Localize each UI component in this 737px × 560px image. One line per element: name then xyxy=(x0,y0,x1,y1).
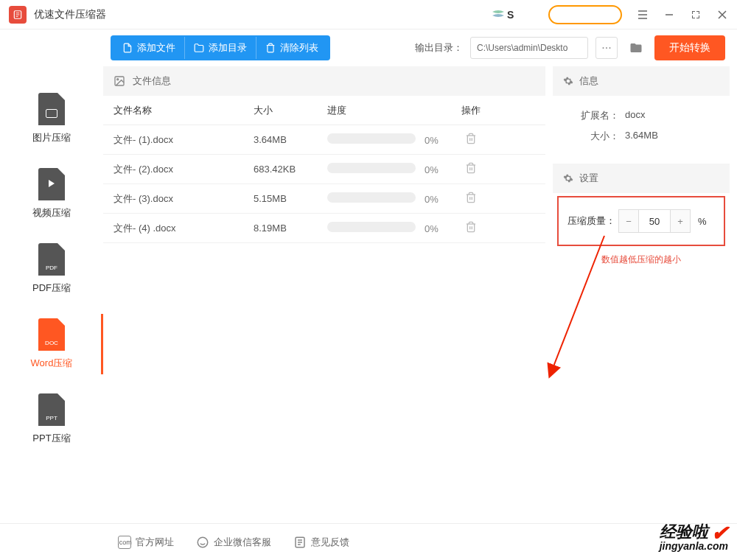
footer-feedback[interactable]: 意见反馈 xyxy=(293,536,349,549)
sidebar: 图片压缩 视频压缩 PDF PDF压缩 DOC Word压缩 PPT PPT压缩 xyxy=(0,66,103,523)
cell-size: 8.19MB xyxy=(254,223,327,234)
video-file-icon xyxy=(38,168,65,200)
svg-text:S: S xyxy=(507,9,514,21)
image-file-icon xyxy=(38,93,65,125)
col-name: 文件名称 xyxy=(113,104,254,117)
quality-value[interactable]: 50 xyxy=(638,210,671,232)
app-title: 优速文件压缩器 xyxy=(34,8,106,21)
sidebar-item-pdf[interactable]: PDF PDF压缩 xyxy=(0,231,103,307)
delete-row-button[interactable] xyxy=(453,162,489,176)
file-list-columns: 文件名称 大小 进度 操作 xyxy=(103,96,545,125)
content: 文件信息 文件名称 大小 进度 操作 文件- (1).docx3.64MB0%文… xyxy=(103,66,737,523)
col-action: 操作 xyxy=(453,104,489,117)
cell-name: 文件- (2).docx xyxy=(113,163,254,176)
delete-row-button[interactable] xyxy=(453,133,489,147)
app-logo-icon xyxy=(9,6,27,24)
col-progress: 进度 xyxy=(327,104,453,117)
cell-progress: 0% xyxy=(327,222,453,234)
gear-icon xyxy=(563,76,573,86)
sidebar-item-video[interactable]: 视频压缩 xyxy=(0,156,103,231)
stepper-minus[interactable]: − xyxy=(619,210,638,232)
size-value: 3.64MB xyxy=(625,130,658,143)
close-icon[interactable] xyxy=(716,9,728,21)
file-list-title: 文件信息 xyxy=(133,74,171,88)
file-icon xyxy=(122,43,133,53)
gear-icon xyxy=(563,173,573,183)
table-row[interactable]: 文件- (3).docx5.15MB0% xyxy=(103,184,545,214)
picture-icon xyxy=(113,75,125,87)
table-row[interactable]: 文件- (2).docx683.42KB0% xyxy=(103,155,545,184)
maximize-icon[interactable] xyxy=(690,9,702,21)
cell-name: 文件- (1).docx xyxy=(113,133,254,147)
file-list-header: 文件信息 xyxy=(103,66,545,96)
folder-icon xyxy=(194,43,204,53)
cell-size: 683.42KB xyxy=(254,164,327,175)
info-title: 信息 xyxy=(579,74,598,88)
cell-size: 3.64MB xyxy=(254,134,327,145)
delete-row-button[interactable] xyxy=(453,192,489,206)
settings-title: 设置 xyxy=(579,172,598,185)
toolbar-group: 添加文件 添加目录 清除列表 xyxy=(111,35,330,60)
add-dir-button[interactable]: 添加目录 xyxy=(184,37,256,59)
size-label: 大小： xyxy=(567,130,619,143)
quality-label: 压缩质量： xyxy=(567,214,615,228)
doc-file-icon: DOC xyxy=(38,318,65,351)
ext-label: 扩展名： xyxy=(567,109,619,122)
sidebar-label: PPT压缩 xyxy=(32,432,70,445)
clear-list-label: 清除列表 xyxy=(280,41,318,55)
add-file-label: 添加文件 xyxy=(137,41,175,55)
cell-progress: 0% xyxy=(327,192,453,205)
svg-point-13 xyxy=(198,537,208,547)
settings-header: 设置 xyxy=(553,164,730,193)
settings-box: 压缩质量： − 50 + % xyxy=(557,196,725,246)
col-size: 大小 xyxy=(254,104,327,117)
toolbar: 添加文件 添加目录 清除列表 输出目录： C:\Users\admin\Desk… xyxy=(0,29,737,66)
cell-progress: 0% xyxy=(327,133,453,146)
sidebar-item-ppt[interactable]: PPT PPT压缩 xyxy=(0,382,103,457)
output-folder-button[interactable] xyxy=(625,37,647,59)
right-panel: 信息 扩展名： docx 大小： 3.64MB 设置 压缩质量： xyxy=(553,66,730,523)
sidebar-item-image[interactable]: 图片压缩 xyxy=(0,81,103,156)
feedback-icon xyxy=(293,536,307,549)
pdf-file-icon: PDF xyxy=(38,243,65,276)
table-row[interactable]: 文件- (4) .docx8.19MB0% xyxy=(103,214,545,243)
output-path-field[interactable]: C:\Users\admin\Deskto xyxy=(470,37,588,59)
sidebar-label: 图片压缩 xyxy=(32,131,71,144)
file-list: 文件信息 文件名称 大小 进度 操作 文件- (1).docx3.64MB0%文… xyxy=(103,66,545,523)
footer-website[interactable]: .com 官方网址 xyxy=(118,536,174,549)
table-row[interactable]: 文件- (1).docx3.64MB0% xyxy=(103,125,545,155)
sidebar-item-word[interactable]: DOC Word压缩 xyxy=(0,307,103,382)
delete-row-button[interactable] xyxy=(453,221,489,235)
sidebar-label: 视频压缩 xyxy=(32,206,71,220)
clear-list-button[interactable]: 清除列表 xyxy=(256,37,327,59)
cell-size: 5.15MB xyxy=(254,193,327,204)
info-body: 扩展名： docx 大小： 3.64MB xyxy=(553,96,730,164)
cell-name: 文件- (4) .docx xyxy=(113,222,254,235)
minimize-icon[interactable] xyxy=(663,9,675,21)
footer: .com 官方网址 企业微信客服 意见反馈 xyxy=(0,523,737,560)
quality-row: 压缩质量： − 50 + % xyxy=(567,209,715,233)
s-badge: S xyxy=(489,7,519,22)
menu-icon[interactable] xyxy=(637,9,649,21)
globe-icon: .com xyxy=(118,536,131,549)
ext-value: docx xyxy=(625,109,645,122)
quality-stepper: − 50 + xyxy=(618,209,691,233)
sidebar-label: Word压缩 xyxy=(31,357,73,370)
main: 图片压缩 视频压缩 PDF PDF压缩 DOC Word压缩 PPT PPT压缩… xyxy=(0,66,737,523)
start-button[interactable]: 开始转换 xyxy=(654,35,725,60)
output-more-button[interactable]: ··· xyxy=(595,37,618,59)
ppt-file-icon: PPT xyxy=(38,393,65,426)
titlebar-pill[interactable] xyxy=(548,5,622,24)
watermark: 经验啦 ✔ jingyanla.com xyxy=(660,520,728,551)
trash-icon xyxy=(265,43,276,53)
stepper-plus[interactable]: + xyxy=(671,210,690,232)
add-dir-label: 添加目录 xyxy=(209,41,247,55)
add-file-button[interactable]: 添加文件 xyxy=(113,37,184,59)
svg-point-3 xyxy=(117,79,119,80)
cell-progress: 0% xyxy=(327,163,453,175)
output-label: 输出目录： xyxy=(415,41,463,55)
cell-name: 文件- (3).docx xyxy=(113,192,254,206)
percent-label: % xyxy=(698,216,707,227)
footer-wechat[interactable]: 企业微信客服 xyxy=(196,536,271,549)
titlebar: 优速文件压缩器 S xyxy=(0,0,737,29)
